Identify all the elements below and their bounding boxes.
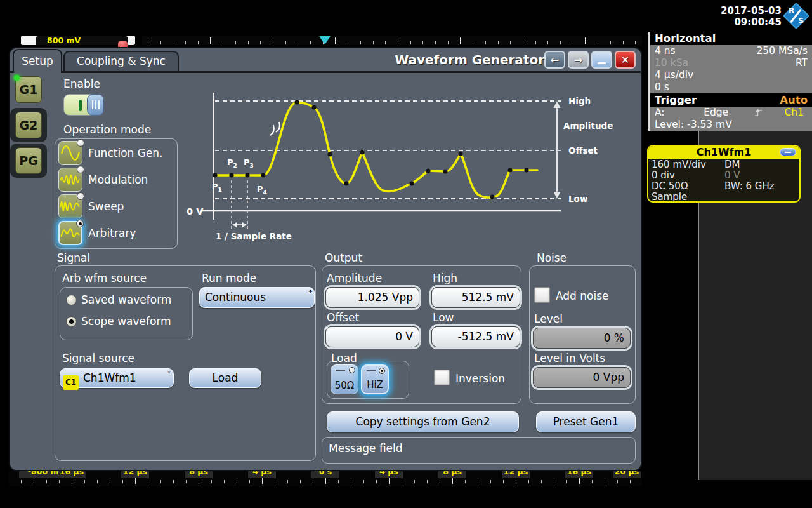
date: 2017-05-03 — [721, 5, 782, 17]
inversion-label[interactable]: Inversion — [455, 372, 505, 385]
high-input[interactable]: 512.5 mV — [431, 287, 520, 308]
trigger-source-row: A: Edge Ch1 — [650, 107, 812, 119]
output-heading: Output — [325, 251, 362, 264]
close-button[interactable]: ✕ — [615, 51, 636, 69]
saved-waveform-label[interactable]: Saved waveform — [81, 293, 171, 306]
run-mode-label: Run mode — [202, 272, 256, 284]
noise-level-input[interactable]: 0 % — [533, 328, 631, 349]
g1-enabled-led-icon — [14, 75, 20, 81]
toggle-knob[interactable] — [87, 94, 104, 116]
signal-source-label: Signal source — [62, 352, 134, 364]
sample-rate-label: 1 / Sample Rate — [216, 231, 292, 241]
load-button[interactable]: Load — [189, 368, 261, 388]
opmode-modulation[interactable]: Modulation — [58, 168, 148, 192]
message-field: Message field — [322, 437, 636, 464]
horizontal-row: 4 µs/div — [650, 69, 812, 81]
opmode-function-gen[interactable]: Function Gen. — [58, 141, 163, 165]
horizontal-trigger-panel: Horizontal 4 ns 250 MSa/s 10 kSa RT 4 µs… — [648, 32, 812, 131]
horizontal-row: 10 kSa RT — [650, 57, 812, 69]
time-label: 12 µs — [502, 471, 530, 478]
radio-scope-waveform[interactable] — [66, 316, 77, 327]
zero-volt-label: 0 V — [187, 206, 204, 217]
oscilloscope-screen: 2017-05-03 09:00:45 R S 800 mV -800 mV 1… — [0, 0, 812, 508]
horizontal-panel-header[interactable]: Horizontal — [650, 32, 812, 45]
trigger-source: Ch1 — [784, 107, 804, 119]
high-label: High — [568, 96, 591, 106]
dialog-title: Waveform Generator — [395, 52, 544, 67]
opmode-arbitrary[interactable]: Arbitrary — [58, 221, 136, 245]
noise-heading: Noise — [537, 251, 566, 264]
minimize-badge-button[interactable] — [780, 148, 796, 156]
generator-tab-g1[interactable]: G1 — [15, 76, 42, 103]
trigger-level-row: Level: -3.53 mV — [650, 119, 812, 131]
load-hiz-button[interactable]: HiZ — [361, 364, 389, 394]
datetime: 2017-05-03 09:00:45 — [721, 5, 782, 28]
forward-button[interactable]: → — [568, 51, 589, 69]
badge-title: Ch1Wfm1 — [697, 146, 752, 158]
time-label: 16 µs — [58, 471, 86, 478]
load-50ohm-button[interactable]: 50Ω — [331, 364, 358, 394]
preset-gen1-button[interactable]: Preset Gen1 — [536, 411, 636, 432]
rs-logo-icon: R S — [783, 3, 809, 29]
minimize-button[interactable] — [591, 51, 612, 69]
time-label: 16 µs — [565, 471, 593, 478]
time-label: 4 µs — [248, 471, 276, 478]
time-label: 8 µs — [185, 471, 213, 478]
spinner-icon: ◂▸ — [308, 288, 311, 294]
top-scale-label: 800 mV — [36, 36, 128, 45]
sweep-wave-icon — [58, 194, 82, 218]
enable-toggle[interactable] — [63, 94, 104, 116]
enable-label: Enable — [63, 77, 100, 90]
copy-settings-button[interactable]: Copy settings from Gen2 — [327, 411, 519, 432]
generator-tab-pg[interactable]: PG — [15, 147, 42, 174]
offset-field-label: Offset — [327, 311, 359, 324]
time-label: 8 µs — [438, 471, 466, 478]
add-noise-checkbox[interactable] — [534, 287, 550, 303]
time-label: 4 µs — [375, 471, 403, 478]
channel-badge: C1 — [63, 375, 79, 390]
noise-level-volts-label: Level in Volts — [534, 352, 605, 364]
noise-level-volts-input[interactable]: 0 Vpp — [533, 367, 631, 388]
offset-label: Offset — [568, 145, 598, 156]
time: 09:00:45 — [721, 17, 782, 28]
amplitude-input[interactable]: 1.025 Vpp — [325, 287, 419, 308]
trigger-mode: Auto — [780, 93, 808, 107]
back-button[interactable]: ← — [544, 51, 565, 69]
high-field-label: High — [433, 272, 457, 284]
p4-label: P4 — [257, 184, 267, 196]
arb-wfm-source-label: Arb wfm source — [62, 272, 147, 284]
signal-source-dropdown[interactable]: C1Ch1Wfm1 ▿ — [60, 368, 174, 388]
amplitude-label: Amplitude — [563, 121, 613, 131]
tab-coupling-sync[interactable]: Coupling & Sync — [63, 51, 179, 71]
dropdown-arrow-icon: ▿ — [167, 369, 171, 375]
bottom-time-ruler: -800 mV 16 µs 12 µs 8 µs 4 µs 0 s 4 µs 8… — [9, 471, 642, 486]
amplitude-field-label: Amplitude — [327, 272, 382, 284]
low-input[interactable]: -512.5 mV — [431, 326, 520, 347]
top-time-ruler — [142, 36, 642, 45]
signal-heading: Signal — [57, 251, 90, 264]
radio-saved-waveform[interactable] — [66, 295, 77, 305]
offset-input[interactable]: 0 V — [325, 326, 419, 347]
trigger-position-marker[interactable] — [319, 36, 331, 44]
operation-mode-label: Operation mode — [63, 123, 151, 136]
scope-top-scale-tab: 800 mV — [36, 36, 128, 45]
arbitrary-waveform-diagram: P1 P2 P3 P4 1 / Sample Rate 0 V High Amp… — [185, 84, 642, 287]
add-noise-label[interactable]: Add noise — [556, 290, 609, 302]
trigger-panel-header[interactable]: Trigger Auto — [650, 93, 812, 107]
waveform-generator-dialog: Setup Coupling & Sync Waveform Generator… — [9, 47, 642, 471]
horizontal-row: 4 ns 250 MSa/s — [650, 45, 812, 57]
tab-setup[interactable]: Setup — [13, 49, 62, 73]
inversion-checkbox[interactable] — [434, 370, 450, 385]
time-label: 12 µs — [121, 471, 149, 478]
noise-level-label: Level — [534, 312, 563, 325]
opmode-sweep[interactable]: Sweep — [58, 194, 124, 218]
scope-waveform-label[interactable]: Scope waveform — [81, 315, 171, 328]
horizontal-row: 0 s — [650, 81, 812, 93]
ch1wfm1-badge[interactable]: Ch1Wfm1 160 mV/divDM 0 div0 V DC 50ΩBW: … — [647, 145, 801, 203]
sine-wave-icon — [58, 141, 82, 165]
run-mode-dropdown[interactable]: Continuous ◂▸ — [199, 287, 315, 308]
time-label: 20 µs — [613, 471, 641, 478]
generator-tab-g2[interactable]: G2 — [15, 112, 42, 138]
arbitrary-wave-icon — [58, 221, 82, 245]
modulated-wave-icon — [58, 168, 82, 192]
